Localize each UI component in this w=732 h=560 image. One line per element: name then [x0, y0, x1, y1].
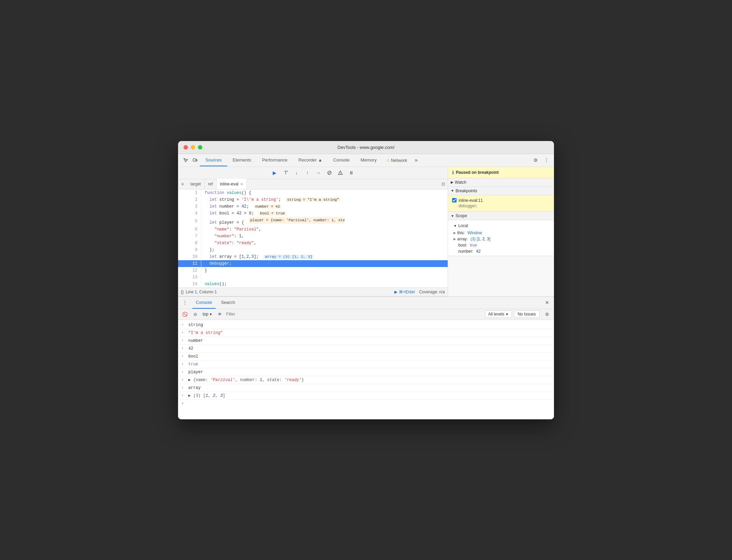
local-section-header[interactable]: ▼ Local [448, 222, 554, 230]
code-text[interactable]: let string = 'I\'m a string'; string = "… [201, 196, 448, 203]
scope-val-this: Window [467, 230, 482, 235]
console-line-array-input: › array [178, 384, 554, 392]
scope-expand-icon[interactable]: ▶ [453, 231, 456, 235]
watch-section-header[interactable]: ▶ Watch [448, 178, 554, 187]
close-console-icon[interactable]: ✕ [543, 298, 551, 307]
code-text[interactable]: let bool = 42 > 0; bool = true [201, 210, 448, 217]
watch-arrow-icon: ▶ [451, 180, 453, 184]
pause-button[interactable]: ⏸ [347, 168, 356, 178]
console-prompt[interactable]: › [178, 400, 554, 407]
console-line-string-output: ‹ "I'm a string" [178, 329, 554, 337]
code-text[interactable]: }; [201, 247, 448, 253]
code-text[interactable]: function values() { [201, 190, 448, 196]
console-line-player-input: › player [178, 368, 554, 376]
console-text: player [188, 370, 203, 375]
file-navigator-icon[interactable]: ≡ [178, 179, 187, 189]
run-snippet-button[interactable]: ▶ ⌘+Enter [394, 290, 415, 294]
tab-target[interactable]: target [187, 179, 205, 189]
input-arrow-icon: › [181, 353, 184, 359]
line-number: 7 [178, 233, 201, 240]
code-text[interactable]: values(); [201, 281, 448, 288]
tab-memory[interactable]: Memory [355, 154, 382, 166]
more-tabs-icon[interactable]: » [411, 155, 421, 165]
log-levels-dropdown[interactable]: All levels ▼ [485, 310, 512, 318]
breakpoint-code: debugger; [459, 203, 483, 209]
scope-content: ▼ Local ▶ this: Window ▶ array: (3) [1, … [448, 220, 554, 256]
scope-key-array: array: [457, 237, 468, 241]
console-line-array-output: ‹ ▶ (3) [1, 2, 3] [178, 392, 554, 400]
console-settings-icon[interactable]: ⚙ [543, 310, 551, 318]
device-toolbar-icon[interactable] [190, 155, 200, 165]
maximize-button[interactable] [198, 145, 202, 150]
tab-sources[interactable]: Sources [200, 154, 227, 166]
tab-ref[interactable]: ref [205, 179, 217, 189]
code-line-5: 5 let player = { player = {name: 'Parziv… [178, 217, 448, 226]
context-selector[interactable]: top ▼ [201, 311, 214, 317]
console-output[interactable]: › string ‹ "I'm a string" › number ‹ 42 [178, 320, 554, 419]
code-text[interactable]: "number": 1, [201, 233, 448, 240]
console-filter-input[interactable] [226, 312, 483, 317]
code-line-13: 13 [178, 274, 448, 281]
step-button[interactable]: → [314, 168, 323, 178]
code-editor[interactable]: 1 function values() { 2 let string = 'I\… [178, 190, 448, 288]
breakpoint-item: inline-eval:11 debugger; [448, 197, 554, 210]
code-text[interactable]: "name": "Parzival", [201, 226, 448, 233]
reveal-in-sidebar-icon[interactable]: ⊡ [439, 179, 448, 189]
source-file-tabs: ≡ target ref inline-eval ✕ ⊡ [178, 179, 448, 190]
source-debugger-toolbar: ▶ ↓ ↑ → [178, 167, 448, 179]
deactivate-breakpoints-icon[interactable] [325, 168, 334, 178]
console-line-number-output: ‹ 42 [178, 345, 554, 353]
devtools-window: DevTools - www.google.com/ Sources Eleme… [178, 141, 554, 419]
levels-dropdown-icon: ▼ [505, 312, 509, 316]
tab-console-panel[interactable]: Console [192, 296, 216, 309]
console-menu-icon[interactable]: ⋮ [181, 298, 189, 307]
step-into-button[interactable]: ↓ [292, 168, 301, 178]
tab-search-panel[interactable]: Search [218, 296, 239, 309]
console-text: "I'm a string" [188, 331, 223, 335]
clear-console-icon[interactable]: 🚫 [181, 310, 189, 318]
console-line-number-input: › number [178, 337, 554, 345]
output-arrow-icon: ‹ [181, 377, 184, 383]
close-tab-icon[interactable]: ✕ [240, 182, 243, 186]
tab-elements[interactable]: Elements [227, 154, 257, 166]
scope-section-header[interactable]: ▼ Scope [448, 212, 554, 220]
levels-label: All levels [488, 312, 504, 317]
code-table: 1 function values() { 2 let string = 'I\… [178, 190, 448, 288]
more-options-icon[interactable]: ⋮ [542, 155, 551, 165]
code-text[interactable]: let player = { player = {name: 'Parzival… [201, 217, 448, 226]
step-over-button[interactable] [281, 168, 290, 178]
output-arrow-icon: ‹ [181, 346, 184, 351]
tab-recorder[interactable]: Recorder ▲ [293, 154, 328, 166]
resume-button[interactable]: ▶ [270, 168, 280, 178]
tab-inline-eval[interactable]: inline-eval ✕ [217, 179, 247, 189]
console-block-icon[interactable]: ⊘ [191, 310, 199, 318]
element-picker-icon[interactable] [181, 155, 190, 165]
tab-performance[interactable]: Performance [257, 154, 293, 166]
console-text: string [188, 323, 203, 327]
no-issues-button[interactable]: No Issues [514, 310, 540, 318]
pause-on-exceptions-icon[interactable] [336, 168, 345, 178]
minimize-button[interactable] [191, 145, 195, 150]
tab-console[interactable]: Console [328, 154, 355, 166]
breakpoints-section-header[interactable]: ▼ Breakpoints [448, 187, 554, 195]
code-text[interactable]: debugger; [201, 260, 448, 267]
tab-network[interactable]: ⚠ Network [382, 154, 411, 166]
code-text[interactable] [201, 274, 448, 281]
content-area: ▶ ↓ ↑ → [178, 167, 554, 296]
scope-arrow-icon: ▼ [451, 214, 454, 218]
breakpoint-checkbox[interactable] [452, 198, 457, 202]
code-text[interactable]: let array = [1,2,3]; array = (3) [1, 2, … [201, 253, 448, 260]
console-text: 42 [188, 346, 193, 351]
code-text[interactable]: } [201, 267, 448, 274]
console-line-bool-output: ‹ true [178, 361, 554, 368]
eye-icon[interactable]: 👁 [216, 310, 224, 318]
code-text[interactable]: let number = 42; number = 42 [201, 203, 448, 210]
breakpoints-label: Breakpoints [456, 188, 477, 193]
code-line-14: 14 values(); [178, 281, 448, 288]
scope-expand-icon[interactable]: ▶ [453, 237, 456, 241]
title-bar: DevTools - www.google.com/ [178, 141, 554, 154]
step-out-button[interactable]: ↑ [303, 168, 312, 178]
close-button[interactable] [184, 145, 188, 150]
code-text[interactable]: "state": "ready", [201, 240, 448, 247]
settings-icon[interactable]: ⚙ [531, 155, 540, 165]
